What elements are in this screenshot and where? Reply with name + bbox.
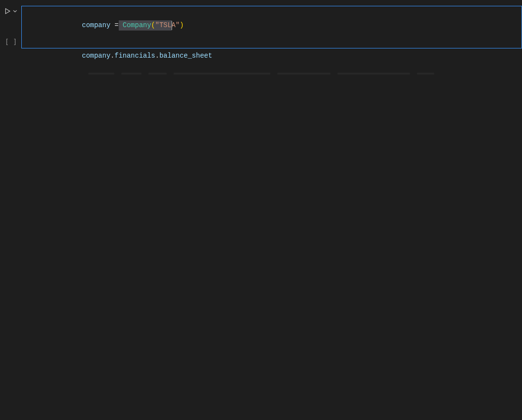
token-paren-close: )	[180, 21, 184, 29]
svg-marker-0	[6, 9, 10, 14]
token-paren-open: (	[151, 21, 155, 29]
token-operator: =	[114, 21, 118, 29]
chevron-down-icon[interactable]	[13, 9, 17, 14]
cell-gutter	[0, 0, 21, 15]
cell-input-area[interactable]: company = Company("TSLA") company.financ…	[21, 6, 522, 48]
token-dot: .	[155, 52, 159, 60]
text-cursor	[172, 21, 172, 30]
token-space	[119, 21, 123, 29]
token-string: "TSLA"	[155, 21, 179, 29]
run-cell-icon[interactable]	[4, 8, 11, 15]
token-property: financials	[114, 52, 155, 60]
token-space	[111, 21, 114, 29]
code-line-1[interactable]: company = Company("TSLA")	[41, 10, 522, 20]
decorative-separator	[0, 73, 522, 75]
token-variable: company	[82, 52, 111, 60]
code-editor[interactable]: company = Company("TSLA") company.financ…	[22, 10, 522, 31]
token-variable: company	[82, 21, 111, 29]
notebook-editor: company = Company("TSLA") company.financ…	[0, 0, 522, 420]
token-class: Company	[123, 21, 151, 29]
token-property: balance_sheet	[159, 52, 212, 60]
code-cell: company = Company("TSLA") company.financ…	[0, 0, 522, 48]
execution-count: [ ]	[5, 38, 17, 46]
token-dot: .	[111, 52, 114, 60]
